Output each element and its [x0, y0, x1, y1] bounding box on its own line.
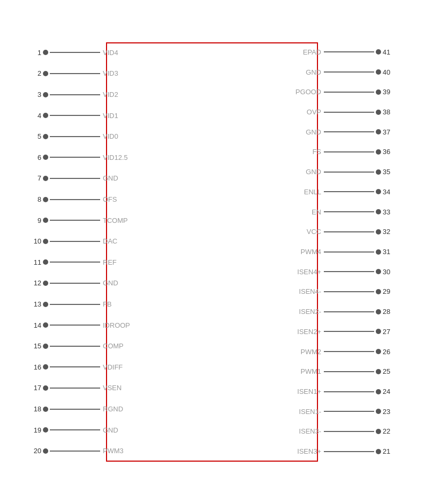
pin-label-3: VID2 — [100, 91, 118, 98]
pin-dot-12 — [43, 281, 48, 286]
pin-right-26: 26PWM2 — [301, 348, 398, 356]
pin-number-right-33: 33 — [383, 208, 398, 216]
pin-dot-right-33 — [376, 209, 381, 214]
pin-number-right-38: 38 — [383, 108, 398, 116]
pin-number-right-25: 25 — [383, 367, 398, 375]
pin-left-1: 1VID4 — [26, 49, 118, 57]
chip-container: 1VID42VID33VID24VID15VID06VID12.57GND8OF… — [26, 16, 398, 488]
pin-number-right-31: 31 — [383, 248, 398, 256]
pin-right-34: 34ENLL — [304, 188, 398, 196]
pin-dot-right-21 — [376, 449, 381, 454]
pin-label-8: OFS — [100, 195, 117, 203]
pin-left-2: 2VID3 — [26, 69, 118, 77]
pin-line-right-37 — [324, 131, 374, 132]
pin-dot-right-34 — [376, 189, 381, 194]
pin-number-7: 7 — [26, 174, 41, 182]
pin-dot-right-38 — [376, 110, 381, 115]
pin-left-9: 9TCOMP — [26, 217, 128, 224]
pin-dot-15 — [43, 344, 48, 349]
pin-label-17: VSEN — [100, 384, 121, 392]
pin-line-17 — [50, 388, 100, 389]
pin-line-right-32 — [324, 231, 374, 232]
pin-left-14: 14IDROOP — [26, 321, 130, 329]
pin-number-right-32: 32 — [383, 228, 398, 236]
pin-dot-right-25 — [376, 369, 381, 374]
pin-line-14 — [50, 325, 100, 326]
pin-number-right-22: 22 — [383, 427, 398, 435]
pin-number-1: 1 — [26, 49, 41, 57]
pin-label-right-35: GND — [306, 168, 324, 176]
pin-line-right-38 — [324, 112, 374, 113]
pin-number-19: 19 — [26, 426, 41, 434]
pin-line-1 — [50, 52, 100, 53]
pin-right-29: 29ISEN4- — [299, 287, 398, 295]
pin-number-right-34: 34 — [383, 188, 398, 196]
pin-label-2: VID3 — [100, 69, 118, 77]
pin-label-right-39: PGOOD — [296, 88, 324, 96]
pin-line-right-26 — [324, 351, 374, 352]
pin-line-8 — [50, 199, 100, 200]
pin-number-right-26: 26 — [383, 348, 398, 356]
pin-number-5: 5 — [26, 132, 41, 140]
pin-dot-13 — [43, 302, 48, 307]
pin-label-right-33: EN — [312, 208, 324, 216]
pin-dot-8 — [43, 197, 48, 202]
pin-left-6: 6VID12.5 — [26, 154, 128, 161]
pin-dot-3 — [43, 92, 48, 97]
pin-line-18 — [50, 409, 100, 410]
pin-dot-7 — [43, 176, 48, 181]
pin-left-15: 15COMP — [26, 342, 123, 350]
pin-line-6 — [50, 157, 100, 158]
pin-label-11: REF — [100, 258, 117, 266]
pin-line-10 — [50, 241, 100, 242]
pin-number-17: 17 — [26, 384, 41, 392]
pin-line-right-34 — [324, 191, 374, 192]
pin-number-18: 18 — [26, 405, 41, 413]
pin-number-right-28: 28 — [383, 308, 398, 316]
pin-right-32: 32VCC — [307, 228, 398, 236]
pin-right-35: 35GND — [306, 168, 398, 176]
pin-dot-right-22 — [376, 429, 381, 434]
pin-right-28: 28ISEN2- — [299, 308, 398, 316]
pin-number-8: 8 — [26, 195, 41, 203]
chip-body — [106, 42, 318, 462]
pin-line-5 — [50, 136, 100, 137]
pin-dot-20 — [43, 448, 48, 454]
pin-right-41: 41EPAD — [303, 48, 398, 56]
pin-dot-right-35 — [376, 169, 381, 175]
pin-dot-6 — [43, 155, 48, 160]
pin-line-right-35 — [324, 172, 374, 173]
pin-dot-right-24 — [376, 389, 381, 394]
pin-line-right-31 — [324, 251, 374, 253]
pin-right-21: 21ISEN3+ — [297, 447, 398, 455]
pin-label-right-36: FS — [312, 148, 324, 156]
pin-dot-19 — [43, 427, 48, 433]
pin-left-16: 16VDIFF — [26, 363, 123, 371]
pin-left-10: 10DAC — [26, 237, 117, 245]
pin-left-17: 17VSEN — [26, 384, 121, 392]
pin-number-10: 10 — [26, 237, 41, 245]
pin-label-9: TCOMP — [100, 217, 128, 224]
pin-line-2 — [50, 73, 100, 74]
pin-right-27: 27ISEN2+ — [297, 328, 398, 336]
pin-right-38: 38OVP — [307, 108, 398, 116]
pin-dot-right-39 — [376, 89, 381, 95]
pin-label-5: VID0 — [100, 132, 118, 140]
pin-number-14: 14 — [26, 321, 41, 329]
pin-dot-10 — [43, 239, 48, 244]
pin-number-20: 20 — [26, 447, 41, 455]
pin-line-13 — [50, 304, 100, 305]
pin-dot-right-37 — [376, 129, 381, 134]
pin-dot-4 — [43, 113, 48, 118]
pin-label-right-31: PWM4 — [301, 248, 324, 256]
pin-line-right-27 — [324, 331, 374, 332]
pin-right-25: 25PWM1 — [301, 367, 398, 375]
pin-left-5: 5VID0 — [26, 132, 118, 140]
pin-line-9 — [50, 220, 100, 221]
pin-number-right-37: 37 — [383, 128, 398, 136]
pin-right-31: 31PWM4 — [301, 248, 398, 256]
pin-dot-right-30 — [376, 269, 381, 274]
pin-label-right-32: VCC — [307, 228, 324, 236]
pin-dot-18 — [43, 407, 48, 412]
pin-line-right-25 — [324, 371, 374, 372]
